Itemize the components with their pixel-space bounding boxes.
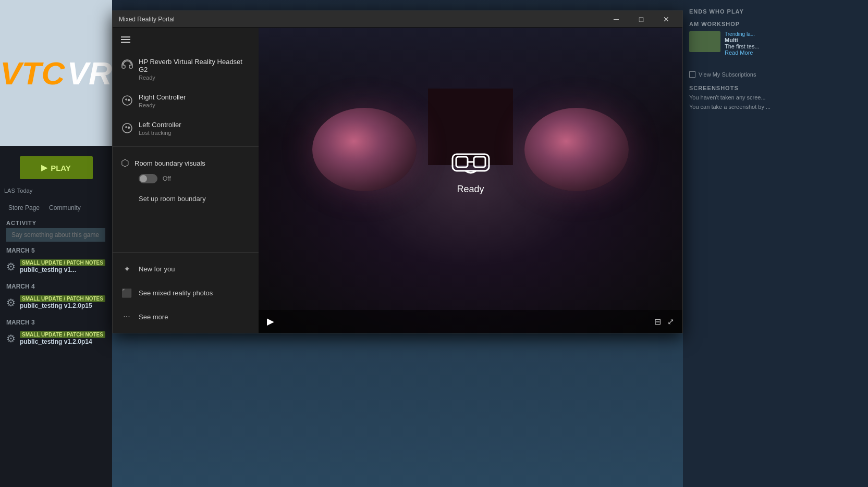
update-badge: SMALL UPDATE / PATCH NOTES (20, 259, 105, 266)
workshop-item-desc: The first tes... (725, 43, 760, 49)
mrp-body: HP Reverb Virtual Reality Headset G2 Rea… (113, 28, 682, 333)
toggle-knob (140, 175, 147, 182)
close-button[interactable]: ✕ (654, 11, 678, 28)
trending-badge: Trending la... (725, 31, 760, 37)
logo-vtc: VTC (0, 55, 65, 91)
vr-lens-right (524, 108, 629, 191)
view-subs-row: View My Subscriptions (689, 68, 862, 81)
hamburger-bar-2 (121, 39, 130, 40)
device-left-controller[interactable]: Left Controller Lost tracking (113, 115, 259, 142)
toggle-row: Off (139, 174, 250, 183)
room-boundary-section: ⬡ Room boundary visuals Off (113, 151, 259, 190)
photo-icon: ⬛ (121, 287, 132, 298)
steam-tabs: Store Page Community (0, 200, 112, 216)
star-icon: ✦ (121, 263, 132, 274)
svg-rect-9 (456, 157, 468, 167)
menu-more-label: See more (139, 313, 168, 321)
vr-ready-status: Ready (457, 184, 484, 195)
friends-title: ENDS WHO PLAY (689, 4, 862, 17)
update-title-2: public_testing v1.2.0p15 (20, 302, 105, 309)
activity-input[interactable] (6, 228, 105, 242)
workshop-item: Trending la... Multi The first tes... Re… (689, 29, 862, 58)
window-controls: ─ □ ✕ (604, 11, 678, 28)
play-icon: ▶ (41, 163, 47, 172)
update-icon-2: ⚙ (6, 296, 16, 309)
mrp-window: Mixed Reality Portal ─ □ ✕ HP Reverb Vir… (112, 10, 683, 333)
march5-label: MARCH 5 (0, 242, 112, 255)
update-icon: ⚙ (6, 260, 16, 273)
update-badge-2: SMALL UPDATE / PATCH NOTES (20, 295, 105, 302)
today-label: Today (17, 188, 32, 194)
toggle-off-label: Off (163, 175, 171, 182)
svg-rect-10 (474, 157, 485, 167)
setup-boundary-link[interactable]: Set up room boundary (130, 190, 259, 208)
sidebar-spacer (113, 208, 259, 252)
room-boundary-icon: ⬡ (121, 157, 129, 169)
last-played-label: LAS (4, 188, 15, 194)
menu-item-new[interactable]: ✦ New for you (113, 257, 259, 281)
menu-item-photos[interactable]: ⬛ See mixed reality photos (113, 281, 259, 305)
room-boundary-title: Room boundary visuals (135, 159, 205, 167)
left-controller-status: Lost tracking (139, 130, 181, 136)
room-boundary-toggle[interactable] (139, 174, 157, 183)
sidebar-bottom-menu: ✦ New for you ⬛ See mixed reality photos… (113, 252, 259, 333)
headset-status: Ready (139, 74, 250, 81)
workshop-item-title: Multi (725, 37, 760, 43)
tab-store-page[interactable]: Store Page (4, 202, 44, 214)
fullscreen-button[interactable]: ⤢ (667, 317, 674, 327)
update-title-3: public_testing v1.2.0p14 (20, 338, 105, 345)
update-item-2: ⚙ SMALL UPDATE / PATCH NOTES public_test… (0, 291, 112, 314)
menu-item-more[interactable]: ··· See more (113, 305, 259, 329)
maximize-button[interactable]: □ (629, 11, 653, 28)
update-badge-3: SMALL UPDATE / PATCH NOTES (20, 331, 105, 338)
vr-headset-status-icon (450, 146, 492, 178)
device-right-controller[interactable]: Right Controller Ready (113, 87, 259, 115)
update-item: ⚙ SMALL UPDATE / PATCH NOTES public_test… (0, 255, 112, 278)
screenshots-title: SCREENSHOTS (689, 81, 862, 93)
screenshots-empty-2: You can take a screenshot by ... (689, 103, 862, 112)
svg-point-3 (128, 99, 130, 101)
right-controller-icon (121, 94, 133, 107)
steam-left-panel: VTC VR ▶ PLAY LAS Today Store Page Commu… (0, 0, 112, 487)
logo-vr: VR (67, 55, 112, 91)
mrp-titlebar: Mixed Reality Portal ─ □ ✕ (113, 11, 682, 28)
activity-section-title: ACTIVITY (0, 216, 112, 228)
hamburger-bar-3 (121, 42, 130, 43)
menu-new-label: New for you (139, 265, 175, 273)
play-button[interactable]: ▶ PLAY (20, 156, 93, 179)
headset-device-name: HP Reverb Virtual Reality Headset G2 (139, 58, 250, 73)
workshop-thumbnail (689, 31, 720, 52)
update-item-3: ⚙ SMALL UPDATE / PATCH NOTES public_test… (0, 327, 112, 349)
room-boundary-header: ⬡ Room boundary visuals (121, 157, 250, 169)
vr-status-center: Ready (450, 146, 492, 195)
device-headset[interactable]: HP Reverb Virtual Reality Headset G2 Rea… (113, 52, 259, 87)
main-play-button[interactable]: ▶ (267, 316, 274, 327)
hamburger-bar-1 (121, 36, 130, 38)
update-title: public_testing v1... (20, 266, 105, 273)
workshop-title: AM WORKSHOP (689, 17, 862, 29)
mrp-sidebar: HP Reverb Virtual Reality Headset G2 Rea… (113, 28, 259, 333)
march4-label: MARCH 4 (0, 278, 112, 291)
split-view-button[interactable]: ⊟ (654, 317, 661, 327)
svg-point-0 (123, 96, 132, 105)
left-controller-icon (121, 122, 133, 134)
svg-point-4 (123, 123, 132, 133)
menu-photos-label: See mixed reality photos (139, 289, 213, 297)
right-controller-name: Right Controller (139, 93, 186, 101)
steam-right-panel: ENDS WHO PLAY AM WORKSHOP Trending la...… (683, 0, 868, 487)
subs-checkbox[interactable] (689, 71, 695, 78)
dots-icon: ··· (121, 311, 132, 322)
hamburger-menu[interactable] (113, 28, 259, 52)
headset-icon (121, 59, 133, 71)
read-more-link[interactable]: Read More (725, 49, 760, 56)
game-logo-area: VTC VR (0, 0, 112, 146)
minimize-button[interactable]: ─ (604, 11, 628, 28)
mrp-title: Mixed Reality Portal (119, 16, 175, 23)
mrp-main-content: Ready ▶ ⊟ ⤢ (259, 28, 682, 333)
mrp-bottom-bar: ▶ ⊟ ⤢ (259, 310, 682, 333)
tab-community[interactable]: Community (45, 202, 85, 214)
march3-label: MARCH 3 (0, 314, 112, 327)
update-icon-3: ⚙ (6, 332, 16, 345)
left-controller-name: Left Controller (139, 121, 181, 129)
play-label: PLAY (51, 164, 71, 172)
